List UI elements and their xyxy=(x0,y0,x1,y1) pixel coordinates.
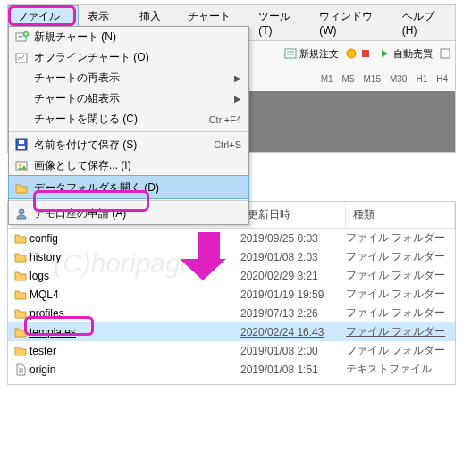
timeframe-M1[interactable]: M1 xyxy=(317,72,337,86)
new-chart-icon xyxy=(9,30,34,45)
file-date: 2019/01/08 1:51 xyxy=(240,363,346,376)
file-name: origin xyxy=(29,363,240,376)
menu-tool[interactable]: ツール (T) xyxy=(249,5,310,40)
timeframe-H4[interactable]: H4 xyxy=(433,72,451,86)
file-name: templates xyxy=(29,326,240,338)
explorer-row[interactable]: profiles 2019/07/13 2:26 ファイル フォルダー xyxy=(8,304,455,322)
file-type: テキストファイル xyxy=(346,362,432,377)
file-name: profiles xyxy=(29,307,240,320)
folder-icon xyxy=(12,325,29,339)
expert-icon[interactable] xyxy=(345,47,358,60)
folder-icon xyxy=(12,231,29,246)
explorer-row[interactable]: logs 2020/02/29 3:21 ファイル フォルダー xyxy=(8,266,455,285)
file-type: ファイル フォルダー xyxy=(346,287,445,302)
menu-item-label: オフラインチャート (O) xyxy=(34,50,241,65)
menu-item-3[interactable]: チャートの組表示 ▶ xyxy=(9,88,248,109)
col-date[interactable]: 更新日時 xyxy=(240,202,346,228)
menu-item-2[interactable]: チャートの再表示 ▶ xyxy=(9,68,248,88)
text-icon xyxy=(12,363,29,377)
picture-icon xyxy=(9,159,34,173)
file-type: ファイル フォルダー xyxy=(346,230,445,246)
file-date: 2020/02/24 16:43 xyxy=(240,326,346,338)
file-type: ファイル フォルダー xyxy=(346,249,445,264)
order-icon xyxy=(284,47,297,60)
menu-item-label: チャートを閉じる (C) xyxy=(34,112,209,127)
explorer-panel: 名前▴ 更新日時 種類 config 2019/09/25 0:03 ファイル … xyxy=(7,201,456,385)
timeframe-M30[interactable]: M30 xyxy=(386,72,410,86)
menu-item-6[interactable]: 画像として保存... (I) xyxy=(9,155,248,176)
account-icon xyxy=(9,206,34,221)
menu-item-shortcut: Ctrl+F4 xyxy=(209,114,241,125)
stop-icon[interactable] xyxy=(359,47,372,60)
arrow-down-annotation xyxy=(192,232,226,280)
svg-rect-11 xyxy=(362,50,369,57)
col-type[interactable]: 種類 xyxy=(346,202,455,228)
file-date: 2020/02/29 3:21 xyxy=(240,270,346,282)
file-type: ファイル フォルダー xyxy=(346,324,445,339)
menu-item-label: 名前を付けて保存 (S) xyxy=(34,138,214,153)
submenu-arrow-icon: ▶ xyxy=(234,73,241,83)
file-type: ファイル フォルダー xyxy=(346,268,445,283)
folder-icon xyxy=(9,181,34,196)
menu-item-5[interactable]: 名前を付けて保存 (S) Ctrl+S xyxy=(9,131,248,155)
svg-rect-12 xyxy=(441,49,450,58)
svg-rect-5 xyxy=(18,146,25,149)
svg-rect-4 xyxy=(19,140,24,144)
svg-point-10 xyxy=(347,49,356,58)
extra-icon[interactable] xyxy=(439,47,451,60)
auto-trade-button[interactable]: 自動売買 xyxy=(374,45,437,63)
explorer-row[interactable]: origin 2019/01/08 1:51 テキストファイル xyxy=(8,360,455,379)
folder-icon xyxy=(12,344,29,358)
menu-item-1[interactable]: オフラインチャート (O) xyxy=(9,47,248,68)
timeframe-M15[interactable]: M15 xyxy=(360,72,384,86)
submenu-arrow-icon: ▶ xyxy=(234,94,241,104)
explorer-row[interactable]: history 2019/01/08 2:03 ファイル フォルダー xyxy=(8,247,455,266)
folder-icon xyxy=(12,306,29,321)
file-dropdown: 新規チャート (N) オフラインチャート (O) チャートの再表示 ▶ チャート… xyxy=(8,26,249,225)
menu-window[interactable]: ウィンドウ (W) xyxy=(310,5,393,40)
timeframe-M5[interactable]: M5 xyxy=(339,72,358,86)
menu-item-label: デモ口座の申請 (A) xyxy=(34,206,241,221)
file-date: 2019/01/19 19:59 xyxy=(240,288,346,301)
file-date: 2019/01/08 2:00 xyxy=(240,345,346,357)
play-icon xyxy=(378,47,391,60)
menu-item-label: チャートの組表示 xyxy=(34,91,234,106)
menu-help[interactable]: ヘルプ (H) xyxy=(393,5,455,40)
folder-icon xyxy=(12,250,29,264)
svg-point-8 xyxy=(19,209,24,214)
menu-item-0[interactable]: 新規チャート (N) xyxy=(9,27,248,47)
new-order-button[interactable]: 新規注文 xyxy=(280,45,343,63)
file-date: 2019/01/08 2:03 xyxy=(240,251,346,263)
file-name: tester xyxy=(29,345,240,357)
file-type: ファイル フォルダー xyxy=(346,343,445,358)
menu-item-shortcut: Ctrl+S xyxy=(214,139,241,150)
svg-point-7 xyxy=(19,163,21,166)
menu-item-7[interactable]: データフォルダを開く (D) xyxy=(8,175,249,199)
file-date: 2019/09/25 0:03 xyxy=(240,232,346,245)
file-name: MQL4 xyxy=(29,288,240,301)
menu-item-label: 新規チャート (N) xyxy=(34,29,241,45)
menu-item-8[interactable]: デモ口座の申請 (A) xyxy=(9,200,248,224)
svg-rect-2 xyxy=(16,54,27,63)
explorer-row[interactable]: config 2019/09/25 0:03 ファイル フォルダー xyxy=(8,229,455,247)
save-icon xyxy=(9,138,34,152)
file-type: ファイル フォルダー xyxy=(346,305,445,321)
menu-item-label: 画像として保存... (I) xyxy=(34,158,241,173)
explorer-row[interactable]: MQL4 2019/01/19 19:59 ファイル フォルダー xyxy=(8,285,455,304)
explorer-row[interactable]: tester 2019/01/08 2:00 ファイル フォルダー xyxy=(8,341,455,360)
menu-item-4[interactable]: チャートを閉じる (C) Ctrl+F4 xyxy=(9,109,248,129)
folder-icon xyxy=(12,269,29,283)
file-date: 2019/07/13 2:26 xyxy=(240,307,346,320)
menu-item-label: データフォルダを開く (D) xyxy=(34,180,241,196)
folder-icon xyxy=(12,288,29,302)
offline-icon xyxy=(9,51,34,65)
svg-rect-9 xyxy=(285,49,296,58)
explorer-row[interactable]: templates 2020/02/24 16:43 ファイル フォルダー xyxy=(8,322,455,341)
timeframe-H1[interactable]: H1 xyxy=(412,72,431,86)
menu-item-label: チャートの再表示 xyxy=(34,71,234,86)
